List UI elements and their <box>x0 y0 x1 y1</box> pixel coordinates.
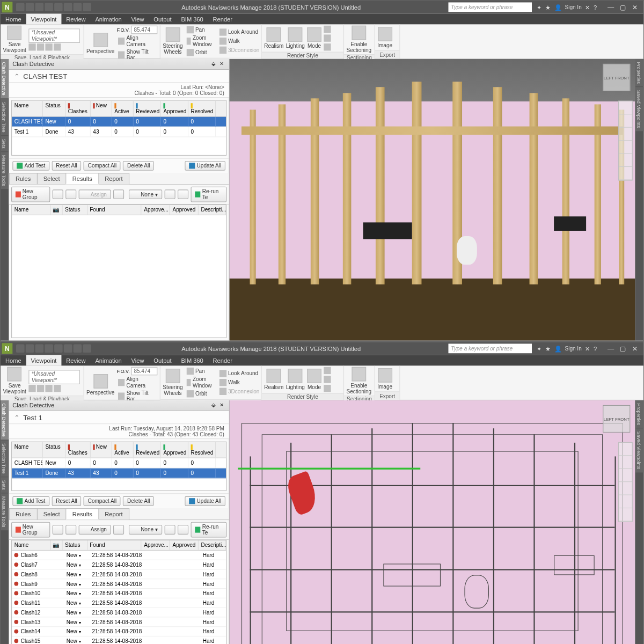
col-approve[interactable]: Approve... <box>142 205 170 215</box>
sidetab-clash-detective[interactable]: Clash Detective <box>1 400 9 440</box>
infocenter-icon[interactable]: ✦ <box>537 4 541 10</box>
search-input[interactable]: Type a keyword or phrase <box>449 343 532 353</box>
test-row[interactable]: CLASH TESTNew000000 <box>12 117 226 127</box>
close-panel-icon[interactable]: ✕ <box>218 61 225 68</box>
viewpoint-dropdown[interactable]: *Unsaved Viewpoint* <box>28 28 80 43</box>
minimize-button[interactable]: — <box>608 3 614 11</box>
zoom-button[interactable]: Zoom Window <box>185 376 216 389</box>
group-explode-button[interactable] <box>53 525 63 535</box>
sidetab-measure-tools[interactable]: Measure Tools <box>1 494 9 531</box>
rerun-test-button[interactable]: Re-run Te <box>191 187 226 202</box>
new-group-button[interactable]: New Group <box>11 522 50 538</box>
tab-rules[interactable]: Rules <box>9 508 38 519</box>
tab-results[interactable]: Results <box>66 508 99 519</box>
perspective-button[interactable]: Perspective <box>86 33 114 54</box>
stop-icon[interactable] <box>54 385 61 392</box>
col-found[interactable]: Found <box>87 205 142 215</box>
col-status[interactable]: Status <box>63 205 87 215</box>
menu-review[interactable]: Review <box>61 14 90 25</box>
menu-view[interactable]: View <box>127 14 149 25</box>
user-icon[interactable]: 👤 <box>554 345 561 352</box>
menu-review[interactable]: Review <box>61 355 90 366</box>
test-header[interactable]: ⌃CLASH TEST <box>9 70 229 83</box>
result-row[interactable]: Clash10New ▾21:28:58 14-08-2018Hard <box>12 589 226 598</box>
sidetab-measure-tools[interactable]: Measure Tools <box>1 152 9 189</box>
steering-wheels-button[interactable]: Steering Wheels <box>163 369 182 396</box>
sidetab-sets[interactable]: Sets <box>1 477 9 493</box>
sidetab-clash-detective[interactable]: Clash Detective <box>1 59 9 98</box>
align-camera-button[interactable]: Align Camera <box>117 376 158 389</box>
test-row[interactable]: Test 1Done43430000 <box>12 127 226 137</box>
nav-pan-icon[interactable] <box>619 114 632 127</box>
result-row[interactable]: Clash14New ▾21:28:58 14-08-2018Hard <box>12 627 226 636</box>
pin-icon[interactable]: ⬙ <box>210 61 217 68</box>
menu-output[interactable]: Output <box>149 355 176 366</box>
reset-all-button[interactable]: Reset All <box>52 161 82 171</box>
isolate-button[interactable] <box>165 189 175 199</box>
mode-button[interactable]: Mode <box>307 27 321 49</box>
col-reviewed[interactable]: Reviewed <box>134 101 161 116</box>
tab-report[interactable]: Report <box>98 173 129 184</box>
look-around-button[interactable]: Look Around <box>218 28 260 36</box>
realism-button[interactable]: Realism <box>264 369 283 390</box>
render-opt2-icon[interactable] <box>324 34 331 41</box>
menu-animation[interactable]: Animation <box>91 355 127 366</box>
save-viewpoint-button[interactable]: Save Viewpoint <box>3 26 26 53</box>
walk-button[interactable]: Walk <box>218 37 260 46</box>
col-resolved[interactable]: Resolved <box>188 101 216 116</box>
nav-zoom-icon[interactable] <box>619 469 632 482</box>
close-button[interactable]: ✕ <box>632 345 638 352</box>
col-approved[interactable]: Approved <box>170 205 199 215</box>
tab-results[interactable]: Results <box>66 173 99 184</box>
play-prev-icon[interactable] <box>28 43 35 50</box>
render-opt3-icon[interactable] <box>324 385 331 392</box>
menu-bim-360[interactable]: BIM 360 <box>176 14 208 25</box>
3d-viewport[interactable]: LEFT FRONT <box>230 400 635 644</box>
nav-look-icon[interactable] <box>619 154 632 167</box>
col-image-icon[interactable]: 📷 <box>50 205 63 215</box>
group-explode-button[interactable] <box>53 189 63 199</box>
col-name[interactable]: Name <box>12 205 50 215</box>
help-icon[interactable]: ? <box>594 345 597 352</box>
viewcube[interactable]: LEFT FRONT <box>603 405 630 433</box>
zoom-button[interactable]: Zoom Window <box>185 34 216 47</box>
qat-save-icon[interactable] <box>35 345 44 353</box>
col-desc[interactable]: Descripti... <box>199 205 226 215</box>
realism-button[interactable]: Realism <box>264 27 283 49</box>
look-around-button[interactable]: Look Around <box>218 369 260 378</box>
orbit-button[interactable]: Orbit <box>185 48 216 57</box>
delete-all-button[interactable]: Delete All <box>123 161 154 171</box>
perspective-button[interactable]: Perspective <box>86 374 114 396</box>
add-test-button[interactable]: Add Test <box>12 161 49 171</box>
menu-render[interactable]: Render <box>208 355 237 366</box>
test-row[interactable]: Test 1Done43430000 <box>12 469 226 479</box>
menu-render[interactable]: Render <box>208 14 237 25</box>
render-opt1-icon[interactable] <box>324 367 331 374</box>
app-logo-icon[interactable]: N <box>2 2 12 12</box>
search-input[interactable]: Type a keyword or phrase <box>449 2 532 12</box>
qat-select-icon[interactable] <box>83 345 91 353</box>
result-row[interactable]: Clash11New ▾21:28:58 14-08-2018Hard <box>12 598 226 608</box>
sidetab-saved-viewpoints[interactable]: Saved Viewpoints <box>635 429 643 473</box>
col-status[interactable]: Status <box>43 101 65 116</box>
isolate-button[interactable] <box>165 525 175 535</box>
orbit-button[interactable]: Orbit <box>185 390 216 398</box>
group-merge-button[interactable] <box>65 189 76 199</box>
rerun-test-button[interactable]: Re-run Te <box>191 522 226 538</box>
sidetab-properties[interactable]: Properties <box>635 59 643 87</box>
compact-all-button[interactable]: Compact All <box>84 161 121 171</box>
menu-home[interactable]: Home <box>1 14 26 25</box>
menu-output[interactable]: Output <box>149 14 176 25</box>
col-clashes[interactable]: Clashes <box>65 101 91 116</box>
user-icon[interactable]: 👤 <box>554 4 561 10</box>
render-opt1-icon[interactable] <box>324 26 331 33</box>
sidetab-sets[interactable]: Sets <box>1 136 9 151</box>
render-opt2-icon[interactable] <box>324 376 331 383</box>
test-header[interactable]: ⌃Test 1 <box>9 411 229 424</box>
fov-input[interactable]: 85.474 <box>131 367 157 376</box>
maximize-button[interactable]: ▢ <box>620 3 626 11</box>
qat-undo-icon[interactable] <box>54 345 63 353</box>
infocenter-icon[interactable]: ✦ <box>537 345 541 352</box>
col-name[interactable]: Name <box>12 101 43 116</box>
assign-button[interactable]: Assign <box>79 525 111 535</box>
